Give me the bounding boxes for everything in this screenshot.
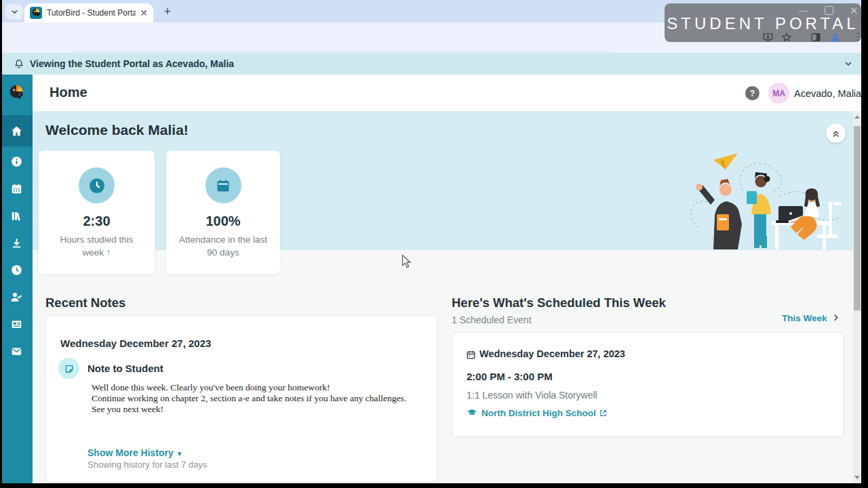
tab-search-button[interactable] [5, 4, 23, 20]
up-arrow-icon: ↑ [106, 247, 111, 258]
note-line: Well done this week. Clearly you've been… [92, 382, 417, 393]
scroll-down-icon[interactable] [854, 476, 860, 479]
attendance-icon [9, 290, 23, 304]
sidebar-item-info[interactable] [0, 148, 33, 175]
frame-right [861, 0, 868, 488]
window-maximize-icon[interactable] [825, 6, 833, 15]
show-more-history-link[interactable]: Show More History ▼ [87, 447, 183, 458]
recent-notes-heading: Recent Notes [45, 296, 125, 310]
window-minimize-icon[interactable]: — [799, 5, 808, 16]
schedule-heading: Here's What's Scheduled This Week [452, 296, 666, 310]
banner-text: Viewing the Student Portal as Acevado, M… [30, 58, 234, 69]
note-icon [58, 358, 79, 379]
clock-icon [10, 264, 23, 277]
chevron-right-icon[interactable] [831, 313, 840, 322]
history-caption: Showing history for last 7 days [87, 460, 207, 470]
clock-icon [79, 167, 115, 203]
help-button[interactable]: ? [745, 86, 760, 100]
note-type: Note to Student [87, 363, 163, 374]
browser-tab[interactable]: TutorBird - Student Portal ✕ [24, 3, 153, 22]
profile-avatar-icon[interactable] [829, 32, 841, 43]
event-date: Wednesday December 27, 2023 [479, 348, 625, 359]
new-tab-button[interactable]: + [159, 3, 176, 20]
tutorbird-logo-icon [0, 75, 33, 111]
scheduled-event-card: Wednesday December 27, 2023 2:00 PM - 3:… [452, 332, 844, 437]
tab-title: TutorBird - Student Portal [47, 8, 136, 18]
stat-label: Hours studied this week [60, 235, 133, 258]
main-content: Welcome back Malia! 2:30 Hours studied t… [33, 111, 853, 483]
note-line: Continue working on chapter 2, section a… [92, 393, 417, 404]
stat-value: 100% [166, 214, 280, 229]
event-time: 2:00 PM - 3:00 PM [467, 371, 553, 382]
note-date: Wednesday December 27, 2023 [60, 338, 211, 349]
user-avatar[interactable]: MA [768, 83, 789, 104]
sidebar-item-study-time[interactable] [0, 256, 33, 283]
collapse-welcome-button[interactable] [826, 123, 846, 143]
sidebar-item-downloads[interactable] [0, 229, 33, 256]
students-illustration [678, 149, 841, 253]
calendar-icon [205, 167, 241, 203]
tab-close-icon[interactable]: ✕ [140, 8, 148, 18]
bookmark-star-icon[interactable] [781, 32, 792, 43]
window-close-icon[interactable]: ✕ [850, 5, 859, 17]
double-chevron-up-icon [831, 128, 841, 138]
mail-icon [10, 345, 23, 358]
home-icon [10, 125, 23, 138]
user-name[interactable]: Acevado, Malia [794, 88, 861, 99]
bell-icon [14, 58, 24, 69]
sidebar-item-messages[interactable] [0, 338, 33, 365]
mouse-cursor [401, 254, 412, 272]
external-link-icon [599, 409, 608, 418]
sidebar-item-library[interactable] [0, 202, 33, 229]
scrollbar-thumb[interactable] [854, 126, 861, 310]
graduation-cap-icon [467, 407, 477, 418]
event-title: 1:1 Lesson with Viola Storywell [467, 390, 597, 401]
event-calendar-icon [466, 350, 476, 360]
sidebar-item-home[interactable] [0, 115, 33, 146]
stat-label: Attendance in the last 90 days [166, 234, 280, 260]
note-body: Well done this week. Clearly you've been… [92, 382, 417, 415]
sidebar-item-calendar[interactable] [0, 175, 33, 202]
install-app-icon[interactable] [762, 31, 774, 43]
chevron-down-icon [11, 8, 18, 16]
library-icon [10, 209, 23, 222]
sidebar [0, 75, 33, 483]
recent-notes-card: Wednesday December 27, 2023 Note to Stud… [45, 315, 437, 483]
page-title: Home [50, 85, 87, 100]
billing-icon [10, 318, 23, 331]
event-location-link[interactable]: North District High School [467, 407, 608, 418]
frame-left [0, 0, 2, 488]
chevron-down-icon: ▼ [176, 450, 183, 458]
overlay-title: STUDENT PORTAL [665, 14, 861, 33]
scroll-up-icon[interactable] [854, 115, 860, 119]
stat-card-hours: 2:30 Hours studied this week ↑ [39, 150, 155, 274]
this-week-link[interactable]: This Week [782, 313, 827, 323]
stat-card-attendance: 100% Attendance in the last 90 days [166, 150, 280, 274]
tutorbird-favicon-icon [30, 7, 42, 19]
frame-bottom [0, 483, 868, 488]
sidebar-item-billing[interactable] [0, 310, 33, 338]
app-header: Home [33, 75, 861, 111]
sidebar-item-attendance[interactable] [0, 283, 33, 310]
calendar-icon [10, 182, 23, 195]
banner-collapse-chevron-icon[interactable] [844, 59, 853, 68]
download-icon [10, 237, 23, 249]
event-count: 1 Scheduled Event [452, 314, 532, 325]
info-icon [10, 155, 23, 168]
impersonation-banner: Viewing the Student Portal as Acevado, M… [0, 53, 861, 75]
welcome-heading: Welcome back Malia! [45, 122, 189, 138]
note-line: See you next week! [92, 404, 417, 415]
side-panel-icon[interactable] [810, 32, 821, 43]
stat-value: 2:30 [39, 214, 155, 229]
